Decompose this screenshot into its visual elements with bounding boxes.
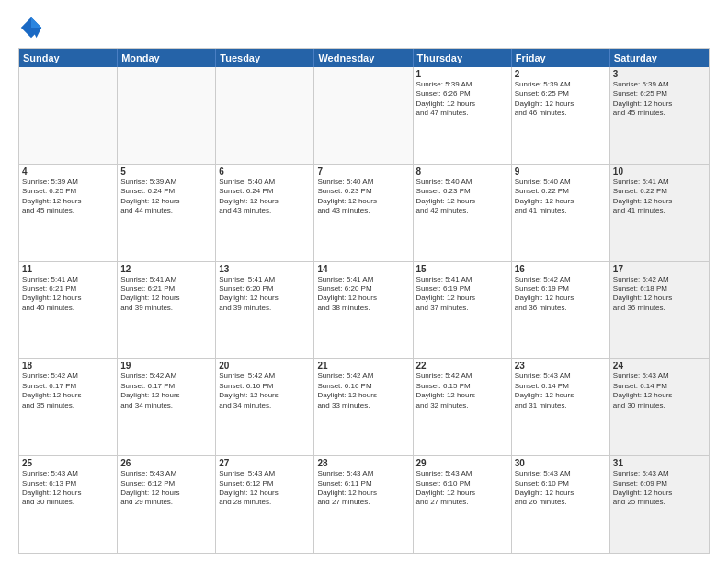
header-day-monday: Monday [118,49,216,67]
header [18,15,710,40]
calendar-cell-30: 30Sunrise: 5:43 AM Sunset: 6:10 PM Dayli… [512,456,610,553]
day-number: 26 [120,458,212,468]
calendar-cell-27: 27Sunrise: 5:43 AM Sunset: 6:12 PM Dayli… [216,456,314,553]
header-day-sunday: Sunday [19,49,118,67]
calendar-body: 1Sunrise: 5:39 AM Sunset: 6:26 PM Daylig… [19,67,709,553]
day-number: 7 [317,167,409,177]
cell-info: Sunrise: 5:40 AM Sunset: 6:23 PM Dayligh… [317,178,409,216]
day-number: 31 [613,458,706,468]
calendar-row-2: 11Sunrise: 5:41 AM Sunset: 6:21 PM Dayli… [19,261,709,359]
calendar-cell-11: 11Sunrise: 5:41 AM Sunset: 6:21 PM Dayli… [19,262,118,359]
cell-info: Sunrise: 5:41 AM Sunset: 6:20 PM Dayligh… [317,275,409,314]
day-number: 30 [515,458,607,468]
cell-info: Sunrise: 5:43 AM Sunset: 6:12 PM Dayligh… [219,469,311,508]
cell-info: Sunrise: 5:42 AM Sunset: 6:17 PM Dayligh… [120,372,212,410]
calendar-cell-25: 25Sunrise: 5:43 AM Sunset: 6:13 PM Dayli… [19,456,118,553]
header-day-saturday: Saturday [610,49,709,67]
day-number: 12 [120,264,212,274]
day-number: 18 [22,361,114,371]
calendar-cell-14: 14Sunrise: 5:41 AM Sunset: 6:20 PM Dayli… [314,262,413,359]
calendar-cell-empty-0-2 [216,67,314,164]
cell-info: Sunrise: 5:39 AM Sunset: 6:24 PM Dayligh… [120,178,212,216]
day-number: 14 [317,264,409,274]
calendar-cell-8: 8Sunrise: 5:40 AM Sunset: 6:23 PM Daylig… [414,165,512,261]
logo [18,15,48,40]
cell-info: Sunrise: 5:42 AM Sunset: 6:17 PM Dayligh… [22,372,114,410]
cell-info: Sunrise: 5:42 AM Sunset: 6:19 PM Dayligh… [515,275,607,314]
cell-info: Sunrise: 5:42 AM Sunset: 6:16 PM Dayligh… [219,372,311,410]
calendar-cell-21: 21Sunrise: 5:42 AM Sunset: 6:16 PM Dayli… [314,359,413,455]
day-number: 19 [120,361,212,371]
day-number: 4 [22,167,114,177]
calendar-cell-5: 5Sunrise: 5:39 AM Sunset: 6:24 PM Daylig… [118,165,216,261]
cell-info: Sunrise: 5:43 AM Sunset: 6:10 PM Dayligh… [416,469,508,508]
cell-info: Sunrise: 5:39 AM Sunset: 6:25 PM Dayligh… [613,80,706,119]
day-number: 2 [515,69,607,79]
cell-info: Sunrise: 5:43 AM Sunset: 6:14 PM Dayligh… [515,372,607,410]
calendar-cell-18: 18Sunrise: 5:42 AM Sunset: 6:17 PM Dayli… [19,359,118,455]
cell-info: Sunrise: 5:43 AM Sunset: 6:11 PM Dayligh… [317,469,409,508]
header-day-wednesday: Wednesday [314,49,413,67]
calendar-header: SundayMondayTuesdayWednesdayThursdayFrid… [19,49,709,67]
cell-info: Sunrise: 5:41 AM Sunset: 6:19 PM Dayligh… [416,275,508,314]
day-number: 8 [416,167,508,177]
day-number: 17 [613,264,706,274]
calendar-cell-12: 12Sunrise: 5:41 AM Sunset: 6:21 PM Dayli… [118,262,216,359]
calendar-cell-19: 19Sunrise: 5:42 AM Sunset: 6:17 PM Dayli… [118,359,216,455]
calendar-row-0: 1Sunrise: 5:39 AM Sunset: 6:26 PM Daylig… [19,67,709,164]
day-number: 20 [219,361,311,371]
day-number: 1 [416,69,508,79]
day-number: 24 [613,361,706,371]
cell-info: Sunrise: 5:41 AM Sunset: 6:21 PM Dayligh… [120,275,212,314]
calendar-cell-empty-0-3 [314,67,413,164]
day-number: 27 [219,458,311,468]
cell-info: Sunrise: 5:43 AM Sunset: 6:14 PM Dayligh… [613,372,706,410]
calendar-cell-17: 17Sunrise: 5:42 AM Sunset: 6:18 PM Dayli… [610,262,709,359]
svg-marker-1 [31,17,41,28]
day-number: 23 [515,361,607,371]
cell-info: Sunrise: 5:39 AM Sunset: 6:26 PM Dayligh… [416,80,508,119]
day-number: 25 [22,458,114,468]
calendar-cell-24: 24Sunrise: 5:43 AM Sunset: 6:14 PM Dayli… [610,359,709,455]
cell-info: Sunrise: 5:43 AM Sunset: 6:10 PM Dayligh… [515,469,607,508]
calendar-cell-empty-0-0 [19,67,118,164]
day-number: 6 [219,167,311,177]
cell-info: Sunrise: 5:40 AM Sunset: 6:22 PM Dayligh… [515,178,607,216]
cell-info: Sunrise: 5:39 AM Sunset: 6:25 PM Dayligh… [22,178,114,216]
cell-info: Sunrise: 5:40 AM Sunset: 6:24 PM Dayligh… [219,178,311,216]
calendar-cell-empty-0-1 [118,67,216,164]
day-number: 21 [317,361,409,371]
calendar-cell-3: 3Sunrise: 5:39 AM Sunset: 6:25 PM Daylig… [610,67,709,164]
calendar-cell-2: 2Sunrise: 5:39 AM Sunset: 6:25 PM Daylig… [512,67,610,164]
header-day-thursday: Thursday [414,49,512,67]
calendar-cell-31: 31Sunrise: 5:43 AM Sunset: 6:09 PM Dayli… [610,456,709,553]
cell-info: Sunrise: 5:43 AM Sunset: 6:09 PM Dayligh… [613,469,706,508]
day-number: 3 [613,69,706,79]
calendar-cell-4: 4Sunrise: 5:39 AM Sunset: 6:25 PM Daylig… [19,165,118,261]
day-number: 15 [416,264,508,274]
page: SundayMondayTuesdayWednesdayThursdayFrid… [0,0,728,563]
calendar-cell-13: 13Sunrise: 5:41 AM Sunset: 6:20 PM Dayli… [216,262,314,359]
calendar-row-4: 25Sunrise: 5:43 AM Sunset: 6:13 PM Dayli… [19,455,709,553]
day-number: 28 [317,458,409,468]
calendar-cell-7: 7Sunrise: 5:40 AM Sunset: 6:23 PM Daylig… [314,165,413,261]
calendar-cell-6: 6Sunrise: 5:40 AM Sunset: 6:24 PM Daylig… [216,165,314,261]
calendar-cell-9: 9Sunrise: 5:40 AM Sunset: 6:22 PM Daylig… [512,165,610,261]
cell-info: Sunrise: 5:41 AM Sunset: 6:22 PM Dayligh… [613,178,706,216]
calendar-cell-10: 10Sunrise: 5:41 AM Sunset: 6:22 PM Dayli… [610,165,709,261]
calendar-cell-1: 1Sunrise: 5:39 AM Sunset: 6:26 PM Daylig… [414,67,512,164]
calendar-row-3: 18Sunrise: 5:42 AM Sunset: 6:17 PM Dayli… [19,358,709,455]
calendar-cell-20: 20Sunrise: 5:42 AM Sunset: 6:16 PM Dayli… [216,359,314,455]
cell-info: Sunrise: 5:39 AM Sunset: 6:25 PM Dayligh… [515,80,607,119]
day-number: 16 [515,264,607,274]
calendar-cell-23: 23Sunrise: 5:43 AM Sunset: 6:14 PM Dayli… [512,359,610,455]
day-number: 13 [219,264,311,274]
header-day-tuesday: Tuesday [216,49,314,67]
day-number: 22 [416,361,508,371]
cell-info: Sunrise: 5:41 AM Sunset: 6:21 PM Dayligh… [22,275,114,314]
day-number: 9 [515,167,607,177]
calendar-cell-29: 29Sunrise: 5:43 AM Sunset: 6:10 PM Dayli… [414,456,512,553]
header-day-friday: Friday [512,49,610,67]
cell-info: Sunrise: 5:43 AM Sunset: 6:13 PM Dayligh… [22,469,114,508]
calendar-cell-15: 15Sunrise: 5:41 AM Sunset: 6:19 PM Dayli… [414,262,512,359]
